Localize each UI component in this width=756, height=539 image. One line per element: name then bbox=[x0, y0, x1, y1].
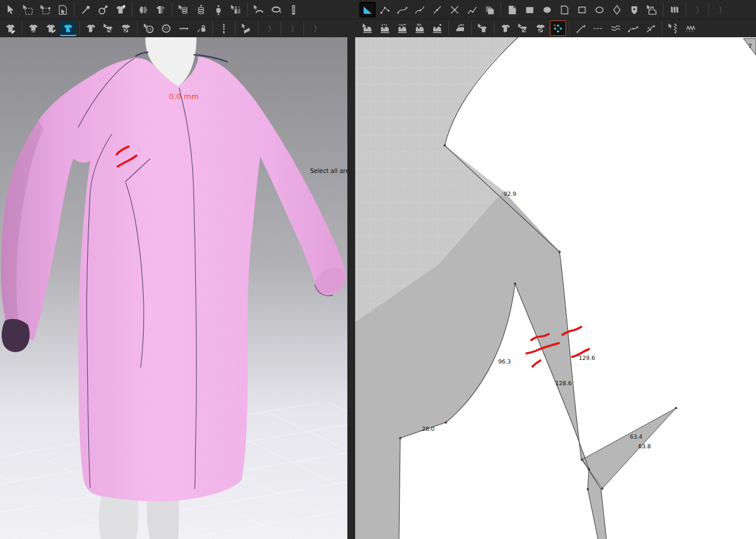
scene-3d: 0.0 mm Select all area bbox=[0, 37, 347, 539]
tool-internal-ellipse[interactable] bbox=[591, 2, 608, 17]
tool-avatar-sync[interactable] bbox=[228, 2, 244, 17]
tool-pin-sew[interactable] bbox=[429, 20, 445, 36]
tool-buttonhole[interactable] bbox=[175, 20, 192, 36]
tool-sew-3d[interactable] bbox=[2, 20, 19, 36]
tool-fabric-swatch[interactable] bbox=[239, 20, 255, 36]
toolbar-separator bbox=[662, 21, 662, 35]
box-select-icon bbox=[22, 4, 34, 16]
tool-drape-select[interactable] bbox=[175, 2, 192, 17]
toolbar-2d-row2 bbox=[359, 19, 755, 37]
zipper-icon bbox=[218, 23, 230, 34]
drape-icon bbox=[195, 4, 207, 16]
tool-tape-attach[interactable] bbox=[251, 2, 267, 17]
tool-basting[interactable] bbox=[590, 20, 606, 36]
tool-extra-5[interactable] bbox=[712, 2, 728, 17]
tool-select-pattern[interactable] bbox=[475, 20, 491, 36]
svg-text:92.9: 92.9 bbox=[504, 190, 516, 197]
tool-clone-pattern[interactable] bbox=[481, 2, 498, 17]
toolbar-separator bbox=[471, 21, 472, 35]
tool-export-pattern[interactable] bbox=[55, 2, 71, 17]
pin-icon bbox=[80, 4, 91, 16]
tool-ruler[interactable] bbox=[285, 2, 302, 17]
tool-perpendicular-pen[interactable] bbox=[642, 20, 659, 36]
tool-texture-3d[interactable] bbox=[118, 20, 134, 36]
tool-steam-iron[interactable] bbox=[452, 20, 468, 36]
tool-pin[interactable] bbox=[78, 2, 94, 17]
tool-grade-select[interactable] bbox=[515, 20, 531, 36]
tool-curve-sew[interactable] bbox=[394, 20, 410, 36]
tool-extra-3[interactable] bbox=[307, 20, 323, 36]
extra-4-icon bbox=[692, 4, 703, 16]
tool-pleats[interactable] bbox=[666, 2, 683, 17]
tool-fastener[interactable] bbox=[193, 20, 209, 36]
tool-internal-rectangle[interactable] bbox=[574, 2, 590, 17]
tool-retopology[interactable] bbox=[550, 20, 566, 36]
tool-pen-3d[interactable] bbox=[60, 20, 76, 36]
tool-add-point[interactable] bbox=[429, 2, 445, 17]
tube-2d-icon bbox=[500, 23, 511, 34]
tool-button-place[interactable] bbox=[141, 20, 157, 36]
tool-extra-2[interactable] bbox=[284, 20, 300, 36]
tool-dart-shield[interactable] bbox=[626, 2, 642, 17]
tool-tube-3d[interactable] bbox=[83, 20, 99, 36]
toolbar-separator bbox=[132, 2, 132, 17]
tool-free-sew[interactable] bbox=[377, 20, 393, 36]
track-curve-icon bbox=[627, 23, 639, 34]
tool-baseline-pen[interactable] bbox=[573, 20, 589, 36]
tool-seam-zigzag[interactable] bbox=[665, 20, 681, 36]
tool-transform-gizmo[interactable] bbox=[37, 2, 53, 17]
tool-edit-curve[interactable] bbox=[394, 2, 410, 17]
tool-button[interactable] bbox=[158, 20, 174, 36]
tool-flatten-curve[interactable] bbox=[608, 20, 624, 36]
tool-extra-4[interactable] bbox=[689, 2, 706, 17]
toolbar-separator bbox=[22, 21, 22, 35]
tool-scissors-3d[interactable] bbox=[43, 20, 59, 36]
buttonhole-icon bbox=[178, 23, 189, 34]
tool-internal-polygon[interactable] bbox=[556, 2, 573, 17]
tool-drape[interactable] bbox=[193, 2, 209, 17]
panel-splitter[interactable] bbox=[347, 37, 355, 539]
toolbar-separator bbox=[258, 21, 258, 35]
tool-ellipse-pattern[interactable] bbox=[539, 2, 555, 17]
tool-tube-2d[interactable] bbox=[498, 20, 514, 36]
tool-trace-piece[interactable] bbox=[644, 2, 660, 17]
tool-pattern-select-3d[interactable] bbox=[100, 20, 117, 36]
tool-pin-garment[interactable] bbox=[112, 2, 129, 17]
tool-polygon-pattern[interactable] bbox=[504, 2, 520, 17]
garment-design-app: { "colors": { "accent_blue": "#36bdf2", … bbox=[0, 0, 756, 539]
tool-pin-ball[interactable] bbox=[95, 2, 111, 17]
tool-edit-points[interactable] bbox=[377, 2, 393, 17]
tool-segment-sew[interactable] bbox=[359, 20, 376, 36]
hint-text: Select all area bbox=[310, 168, 347, 174]
toolbar-separator bbox=[663, 2, 663, 17]
tool-extra-1[interactable] bbox=[261, 20, 278, 36]
toolbar-separator bbox=[212, 21, 213, 35]
tool-seam-curve-3d[interactable] bbox=[25, 20, 41, 36]
tool-track-curve[interactable] bbox=[625, 20, 641, 36]
tool-transform-2d[interactable] bbox=[359, 2, 376, 17]
tool-grade-texture[interactable] bbox=[532, 20, 549, 36]
tool-select[interactable] bbox=[2, 2, 19, 17]
ruler-icon bbox=[288, 4, 299, 16]
tool-edit-polyline[interactable] bbox=[464, 2, 480, 17]
toolbar-2d-row1 bbox=[359, 1, 755, 19]
tool-curve-point[interactable] bbox=[412, 2, 428, 17]
tool-rectangle-pattern[interactable] bbox=[522, 2, 538, 17]
extra-1-icon bbox=[264, 23, 275, 34]
tool-dart[interactable] bbox=[609, 2, 625, 17]
pattern-2d-panel: 92.9 96.3 129.6 128.6 28.0 63.4 63.8 7 bbox=[355, 37, 756, 539]
tool-fold-arrangement[interactable] bbox=[135, 2, 151, 17]
rectangle-pattern-icon bbox=[524, 4, 535, 16]
pin-sew-icon bbox=[431, 23, 443, 34]
pen-3d-icon bbox=[62, 23, 74, 34]
tool-box-select[interactable] bbox=[20, 2, 36, 17]
drape-select-icon bbox=[178, 4, 189, 16]
tool-tape-circumference[interactable] bbox=[268, 2, 284, 17]
transform-2d-icon bbox=[362, 4, 373, 16]
tool-trace-cross[interactable] bbox=[447, 2, 463, 17]
tool-half-symmetry[interactable] bbox=[153, 2, 169, 17]
tool-shirring[interactable] bbox=[683, 20, 699, 36]
tool-zipper[interactable] bbox=[216, 20, 232, 36]
tool-mn-sew[interactable] bbox=[412, 20, 428, 36]
tool-avatar-display[interactable] bbox=[210, 2, 227, 17]
